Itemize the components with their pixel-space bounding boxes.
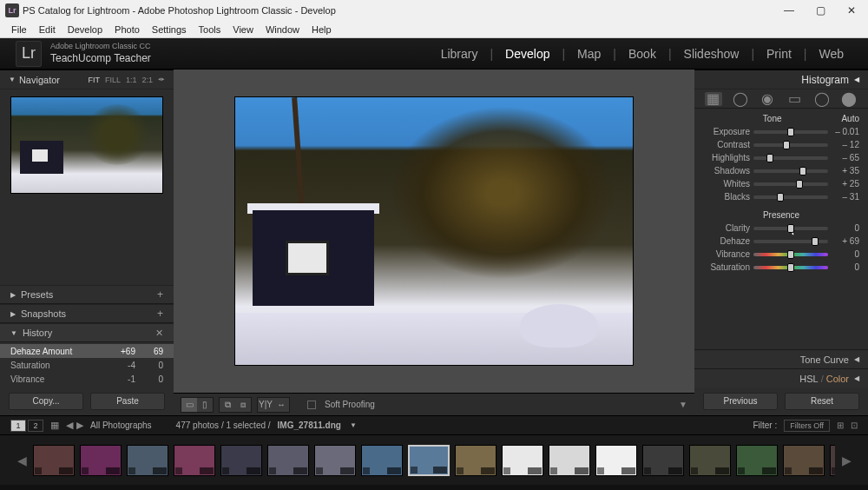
menu-edit[interactable]: Edit: [33, 24, 62, 35]
zoom-stepper-icon[interactable]: ◂▸: [158, 76, 165, 84]
menu-photo[interactable]: Photo: [108, 24, 146, 35]
module-map[interactable]: Map: [569, 47, 609, 61]
source-label[interactable]: All Photographs: [90, 420, 152, 430]
current-filename[interactable]: IMG_27811.dng: [278, 420, 341, 430]
path-dropdown-icon[interactable]: ▼: [350, 421, 357, 429]
menu-window[interactable]: Window: [260, 24, 306, 35]
slider-blacks[interactable]: Blacks– 31: [703, 190, 859, 203]
slider-highlights[interactable]: Highlights– 65: [703, 151, 859, 164]
filmstrip-thumb[interactable]: [783, 445, 825, 476]
minimize-button[interactable]: —: [783, 4, 795, 17]
zoom-fit[interactable]: FIT: [88, 76, 100, 84]
next-photo-icon[interactable]: ▶: [76, 420, 83, 431]
filmstrip-thumb[interactable]: [549, 445, 590, 476]
filmstrip-thumb[interactable]: [595, 445, 637, 476]
navigator-preview[interactable]: [10, 96, 163, 194]
close-button[interactable]: ✕: [845, 4, 858, 17]
filmstrip-thumb[interactable]: [689, 445, 731, 476]
adjustment-brush-icon[interactable]: ⬤: [840, 92, 858, 106]
filmstrip-thumb[interactable]: [220, 445, 262, 476]
split-y-icon[interactable]: Y|Y: [258, 398, 273, 412]
filmstrip-thumb[interactable]: [127, 445, 168, 476]
compare-toggle[interactable]: ⧉ ⧈: [219, 397, 252, 413]
histogram-header[interactable]: Histogram ◀: [694, 70, 868, 89]
navigator-header[interactable]: ▼ Navigator FITFILL1:12:1◂▸: [0, 70, 174, 89]
filmstrip-thumb[interactable]: [830, 445, 835, 476]
menu-help[interactable]: Help: [306, 24, 338, 35]
module-develop[interactable]: Develop: [496, 47, 558, 61]
snapshots-panel-header[interactable]: ▶ Snapshots +: [0, 304, 174, 323]
slider-thumb[interactable]: [787, 128, 794, 136]
copy-button[interactable]: Copy...: [9, 393, 83, 410]
filmstrip-thumb[interactable]: [174, 445, 215, 476]
menu-view[interactable]: View: [227, 24, 260, 35]
redeye-icon[interactable]: ◉: [759, 92, 776, 106]
tone-curve-header[interactable]: Tone Curve ◀: [694, 349, 868, 368]
soft-proofing-checkbox[interactable]: [307, 401, 316, 409]
filter-preset-dropdown[interactable]: Filters Off: [784, 420, 830, 432]
filmstrip-thumb[interactable]: [736, 445, 778, 476]
slider-clarity[interactable]: Clarity0: [703, 222, 859, 235]
slider-thumb[interactable]: [777, 193, 784, 202]
clear-history-icon[interactable]: ✕: [155, 328, 163, 339]
presets-panel-header[interactable]: ▶ Presets +: [0, 285, 174, 304]
filmstrip-thumb[interactable]: [267, 445, 309, 476]
filmstrip-thumb[interactable]: [642, 445, 684, 476]
add-icon[interactable]: +: [157, 308, 163, 320]
secondary-display-toggle[interactable]: 1 2: [10, 420, 43, 432]
history-step[interactable]: Dehaze Amount+6969: [0, 344, 174, 358]
filter-lock-icon[interactable]: ⊡: [851, 420, 858, 430]
module-book[interactable]: Book: [620, 47, 665, 61]
filmstrip[interactable]: ◀ ▶: [0, 434, 868, 485]
history-step[interactable]: Saturation-40: [0, 358, 174, 372]
slider-vibrance[interactable]: Vibrance0: [703, 248, 859, 261]
slider-contrast[interactable]: Contrast– 12: [703, 138, 859, 151]
zoom-2-1[interactable]: 2:1: [141, 76, 153, 84]
module-print[interactable]: Print: [758, 47, 800, 61]
slider-thumb[interactable]: [796, 180, 803, 189]
slider-thumb[interactable]: [766, 154, 773, 162]
menu-file[interactable]: File: [5, 24, 33, 35]
filmstrip-thumb[interactable]: [502, 445, 543, 476]
filmstrip-thumb[interactable]: [80, 445, 122, 476]
slider-dehaze[interactable]: Dehaze+ 69: [703, 235, 859, 248]
split-toggle[interactable]: Y|Y ↔: [257, 397, 290, 413]
slider-thumb[interactable]: [783, 141, 790, 149]
slider-saturation[interactable]: Saturation0: [703, 261, 859, 274]
slider-thumb[interactable]: [799, 167, 806, 175]
add-icon[interactable]: +: [157, 288, 163, 301]
slider-thumb[interactable]: [787, 224, 794, 233]
loupe-icon[interactable]: ▭: [181, 398, 197, 412]
menu-tools[interactable]: Tools: [193, 24, 227, 35]
crop-tool-icon[interactable]: ▦: [705, 92, 722, 106]
display-1[interactable]: 1: [10, 420, 26, 432]
filter-options-icon[interactable]: ⊞: [837, 420, 844, 430]
spot-removal-icon[interactable]: ◯: [732, 92, 749, 106]
compare-tb-icon[interactable]: ⧈: [235, 398, 251, 412]
zoom-1-1[interactable]: 1:1: [126, 76, 137, 84]
module-web[interactable]: Web: [810, 47, 852, 61]
filmstrip-thumb[interactable]: [455, 445, 496, 476]
module-slideshow[interactable]: Slideshow: [675, 47, 748, 61]
photo-preview[interactable]: [234, 96, 634, 366]
filmstrip-thumb[interactable]: [314, 445, 356, 476]
loupe-view-toggle[interactable]: ▭ ▯: [181, 397, 214, 413]
slider-thumb[interactable]: [812, 237, 819, 246]
hsl-color-header[interactable]: HSL / Color ◀: [694, 368, 868, 387]
slider-thumb[interactable]: [787, 263, 794, 272]
history-panel-header[interactable]: ▼ History ✕: [0, 323, 174, 342]
swap-icon[interactable]: ↔: [273, 398, 289, 412]
filmstrip-thumb[interactable]: [33, 445, 75, 476]
before-after-icon[interactable]: ▯: [197, 398, 213, 412]
maximize-button[interactable]: ▢: [814, 4, 826, 17]
auto-tone-button[interactable]: Auto: [841, 114, 859, 123]
menu-develop[interactable]: Develop: [62, 24, 108, 35]
reset-button[interactable]: Reset: [785, 393, 859, 410]
module-library[interactable]: Library: [432, 47, 487, 61]
previous-button[interactable]: Previous: [703, 393, 778, 410]
slider-whites[interactable]: Whites+ 25: [703, 177, 859, 190]
toolbar-menu-icon[interactable]: ▼: [679, 400, 687, 409]
slider-thumb[interactable]: [787, 250, 794, 259]
filmstrip-scroll-left[interactable]: ◀: [16, 443, 28, 478]
filmstrip-thumb[interactable]: [361, 445, 403, 476]
